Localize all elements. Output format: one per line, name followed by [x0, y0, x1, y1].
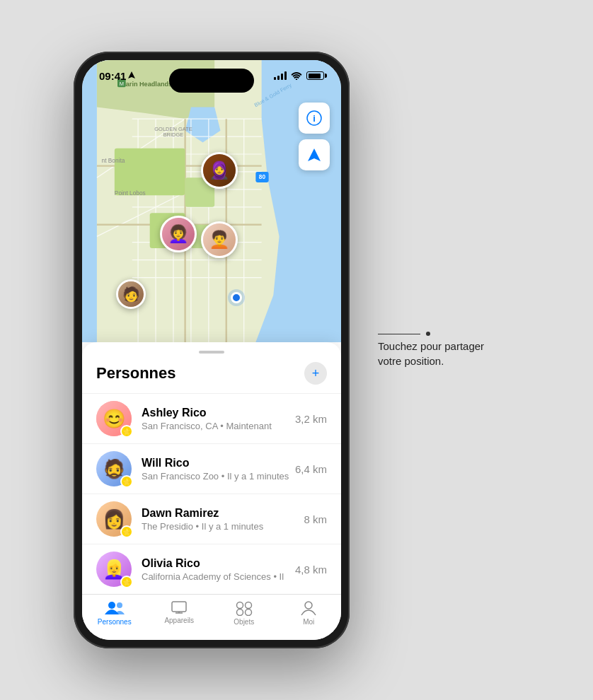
tab-objets[interactable]: Objets [212, 600, 277, 626]
battery-icon [306, 71, 324, 80]
svg-point-44 [117, 602, 122, 608]
panel-handle [199, 351, 224, 354]
ashley-avatar: 😊 ⭐ [96, 401, 132, 436]
person-location: San Francisco, CA • Maintenant [142, 421, 295, 431]
person-location: The Presidio • Il y a 1 minutes [142, 521, 304, 532]
tab-appareils[interactable]: Appareils [147, 600, 212, 626]
map-background: Blue & Gold Ferry 80 1 Marin Headlands [82, 60, 341, 342]
map-pin-1[interactable]: 🧕 [201, 152, 238, 189]
svg-point-50 [236, 609, 243, 616]
svg-point-48 [236, 602, 243, 609]
annotation-text: Touchez pour partagervotre position. [378, 339, 484, 368]
add-person-button[interactable]: + [304, 362, 327, 385]
svg-point-0 [296, 78, 297, 80]
will-avatar: 🧔 ⭐ [96, 451, 132, 486]
dawn-avatar: 👩 ⭐ [96, 501, 132, 537]
star-badge: ⭐ [120, 475, 133, 488]
panel-header: Personnes + [82, 362, 341, 393]
svg-point-43 [108, 602, 115, 609]
location-button[interactable] [299, 139, 330, 170]
wifi-icon [291, 71, 302, 80]
person-row[interactable]: 🧔 ⭐ Will Rico San Francisco Zoo • Il y a… [82, 443, 341, 494]
map-pin-4[interactable]: 🧑 [116, 279, 146, 309]
panel-title: Personnes [96, 364, 176, 383]
dynamic-island [169, 69, 254, 93]
person-distance: 4,8 km [295, 564, 327, 576]
tab-objets-label: Objets [234, 618, 254, 626]
person-location: California Academy of Sciences • Il [142, 571, 295, 582]
person-name: Will Rico [142, 457, 295, 469]
person-row[interactable]: 👱‍♀️ ⭐ Olivia Rico California Academy of… [82, 544, 341, 594]
info-button[interactable]: i [299, 103, 330, 134]
phone-wrapper: 09:41 [74, 52, 350, 648]
people-list: 😊 ⭐ Ashley Rico San Francisco, CA • Main… [82, 393, 341, 594]
person-info: Dawn Ramirez The Presidio • Il y a 1 min… [142, 507, 304, 532]
annotation: Touchez pour partagervotre position. [378, 332, 519, 368]
olivia-avatar: 👱‍♀️ ⭐ [96, 552, 132, 587]
scene: 09:41 [74, 52, 519, 648]
objets-icon [235, 600, 253, 616]
time-display: 09:41 [99, 70, 126, 82]
person-distance: 8 km [304, 513, 327, 525]
person-distance: 6,4 km [295, 463, 327, 475]
star-badge: ⭐ [120, 576, 133, 588]
personnes-icon [105, 600, 125, 616]
map-buttons: i [299, 103, 330, 170]
svg-text:Point Lobos: Point Lobos [115, 189, 146, 197]
person-name: Ashley Rico [142, 407, 295, 419]
tab-moi-label: Moi [303, 618, 314, 626]
appareils-icon [171, 600, 188, 614]
person-name: Dawn Ramirez [142, 507, 304, 520]
person-info: Olivia Rico California Academy of Scienc… [142, 557, 295, 582]
person-distance: 3,2 km [295, 413, 327, 425]
svg-rect-25 [115, 148, 185, 196]
annotation-horizontal-line [378, 334, 420, 334]
current-location-dot [231, 292, 242, 303]
moi-icon [301, 600, 316, 616]
svg-text:i: i [313, 113, 316, 124]
tab-appareils-label: Appareils [164, 617, 194, 624]
star-badge: ⭐ [120, 425, 133, 438]
person-row[interactable]: 👩 ⭐ Dawn Ramirez The Presidio • Il y a 1… [82, 494, 341, 544]
svg-point-52 [305, 602, 312, 609]
svg-text:BRIDGE: BRIDGE [163, 132, 184, 138]
star-badge: ⭐ [120, 525, 133, 538]
svg-rect-45 [172, 602, 186, 612]
annotation-dot [426, 332, 430, 336]
phone-screen: 09:41 [82, 60, 341, 640]
navigation-icon [306, 147, 322, 163]
person-info: Ashley Rico San Francisco, CA • Maintena… [142, 407, 295, 431]
person-location: San Francisco Zoo • Il y a 1 minutes [142, 471, 295, 482]
tab-moi[interactable]: Moi [277, 600, 342, 626]
info-icon: i [306, 110, 322, 126]
tab-personnes-label: Personnes [98, 618, 132, 626]
tab-personnes[interactable]: Personnes [82, 600, 147, 626]
map-pin-2[interactable]: 👩‍🦱 [160, 216, 197, 252]
phone-frame: 09:41 [74, 52, 350, 648]
svg-text:80: 80 [259, 173, 266, 180]
status-time: 09:41 [99, 70, 135, 82]
person-info: Will Rico San Francisco Zoo • Il y a 1 m… [142, 457, 295, 482]
tab-bar: Personnes Appareils [82, 594, 341, 640]
annotation-line [378, 332, 430, 336]
svg-point-51 [245, 609, 251, 616]
person-row[interactable]: 😊 ⭐ Ashley Rico San Francisco, CA • Main… [82, 393, 341, 443]
status-icons [274, 71, 324, 80]
map-area[interactable]: Blue & Gold Ferry 80 1 Marin Headlands [82, 60, 341, 342]
person-name: Olivia Rico [142, 557, 295, 570]
svg-text:nt Bonita: nt Bonita [102, 157, 125, 164]
location-arrow-icon [128, 71, 135, 80]
map-pin-3[interactable]: 🧑‍🦱 [201, 221, 238, 258]
signal-icon [274, 71, 287, 80]
bottom-panel: Personnes + 😊 ⭐ Ashley Rico [82, 342, 341, 640]
svg-point-49 [245, 602, 251, 609]
